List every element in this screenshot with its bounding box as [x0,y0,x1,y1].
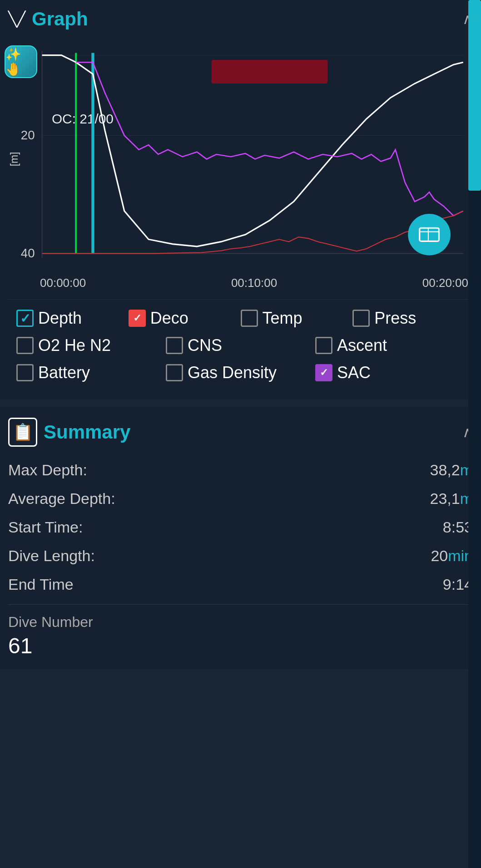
svg-text:[m]: [m] [8,152,20,167]
svg-rect-10 [212,60,328,84]
checkbox-press[interactable]: Press [352,309,465,328]
checkbox-o2hen2[interactable]: O2 He N2 [16,336,166,355]
max-depth-value: 38,2m [430,461,473,479]
dive-length-value: 20min [431,547,473,565]
checkbox-row-1: ✓ Depth ✓ Deco Temp Press [16,309,465,328]
cb-battery-box[interactable] [16,364,34,381]
dive-length-label: Dive Length: [8,547,95,565]
cb-ascent-label: Ascent [337,336,387,355]
app-container: ✨🤚 ╲╱ Graph ∧ 0 [0,0,481,868]
cb-depth-box[interactable]: ✓ [16,310,34,327]
checkbox-gas-density[interactable]: Gas Density [166,363,315,382]
checkbox-row-3: Battery Gas Density ✓ SAC [16,363,465,382]
x-axis: 00:00:00 00:10:00 00:20:00 [8,272,473,290]
checkbox-battery[interactable]: Battery [16,363,166,382]
summary-divider [8,604,473,605]
dive-number-value: 61 [8,633,473,658]
summary-row-maxdepth: Max Depth: 38,2m [8,459,473,481]
cb-cns-box[interactable] [166,337,183,354]
summary-header-left: 📋 Summary [8,418,130,447]
calendar-icon: 📋 [13,423,33,442]
checkbox-depth[interactable]: ✓ Depth [16,309,129,328]
graph-header: ╲╱ Graph ∧ [8,8,473,30]
x-label-1: 00:10:00 [231,276,277,290]
app-icon[interactable]: ✨🤚 [5,45,37,78]
summary-row-endtime: End Time 9:14 [8,574,473,595]
checkbox-deco[interactable]: ✓ Deco [129,309,241,328]
summary-row-avgdepth: Average Depth: 23,1m [8,488,473,509]
summary-header: 📋 Summary ∧ [8,418,473,447]
cb-sac-check: ✓ [320,367,328,379]
cb-battery-label: Battery [38,363,90,382]
dive-number-label: Dive Number [8,614,473,631]
avg-depth-value: 23,1m [430,490,473,508]
cb-sac-box[interactable]: ✓ [315,364,332,381]
summary-title: Summary [44,421,130,443]
cb-deco-label: Deco [150,309,188,328]
start-time-label: Start Time: [8,518,83,536]
cb-sac-label: SAC [337,363,371,382]
checkbox-sac[interactable]: ✓ SAC [315,363,465,382]
max-depth-label: Max Depth: [8,461,87,479]
svg-point-14 [408,214,451,256]
graph-icon: ╲╱ [8,10,25,28]
summary-icon: 📋 [8,418,37,447]
cb-ascent-box[interactable] [315,337,332,354]
cb-gasd-box[interactable] [166,364,183,381]
summary-row-starttime: Start Time: 8:53 [8,517,473,538]
cb-o2-label: O2 He N2 [38,336,111,355]
graph-title: Graph [32,8,88,30]
cb-deco-check: ✓ [133,312,141,324]
scrollbar[interactable] [468,0,481,868]
cb-press-label: Press [374,309,416,328]
checkbox-ascent[interactable]: Ascent [315,336,465,355]
chart-area: 0 20 40 [m] OC: 21/00 [8,36,473,272]
checkbox-row-2: O2 He N2 CNS Ascent [16,336,465,355]
cb-o2-box[interactable] [16,337,34,354]
cb-depth-check: ✓ [20,311,30,326]
cb-press-box[interactable] [352,310,370,327]
cb-deco-box[interactable]: ✓ [129,310,146,327]
svg-text:40: 40 [21,246,35,260]
scrollbar-thumb[interactable] [468,0,481,191]
dive-number-section: Dive Number 61 [8,614,473,658]
summary-section: 📋 Summary ∧ Max Depth: 38,2m Average Dep… [0,407,481,669]
cb-temp-label: Temp [263,309,302,328]
checkbox-temp[interactable]: Temp [241,309,353,328]
svg-text:20: 20 [21,128,35,142]
cb-temp-box[interactable] [241,310,258,327]
graph-section: ✨🤚 ╲╱ Graph ∧ 0 [0,0,481,399]
x-label-0: 00:00:00 [40,276,86,290]
checkboxes-area: ✓ Depth ✓ Deco Temp Press [8,299,473,399]
cb-cns-label: CNS [188,336,222,355]
avg-depth-label: Average Depth: [8,490,115,508]
cb-gasd-label: Gas Density [188,363,277,382]
x-label-2: 00:20:00 [422,276,468,290]
cb-depth-label: Depth [38,309,82,328]
graph-header-left: ╲╱ Graph [8,8,88,30]
summary-row-divelength: Dive Length: 20min [8,545,473,567]
end-time-label: End Time [8,576,74,593]
checkbox-cns[interactable]: CNS [166,336,315,355]
